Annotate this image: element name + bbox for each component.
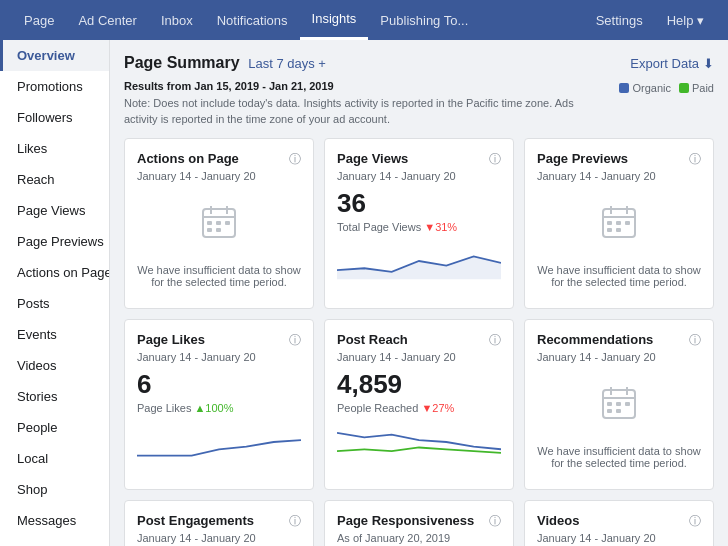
- sidebar-item-api[interactable]: API: [0, 536, 109, 546]
- metric-card-videos: Videos ⓘ January 14 - January 20 131 Tot…: [524, 500, 714, 547]
- metric-header: Post Engagements ⓘ: [137, 513, 301, 530]
- metric-change: ▼27%: [421, 402, 454, 414]
- insufficient-block: We have insufficient data to show for th…: [137, 188, 301, 296]
- sidebar-item-messages[interactable]: Messages: [0, 505, 109, 536]
- summary-header: Page Summary Last 7 days + Export Data ⬇: [124, 54, 714, 72]
- svg-rect-4: [207, 221, 212, 225]
- metric-date: January 14 - January 20: [537, 351, 701, 363]
- metric-title: Page Likes: [137, 332, 205, 347]
- sidebar-item-local[interactable]: Local: [0, 443, 109, 474]
- svg-rect-14: [607, 221, 612, 225]
- top-nav: Page Ad Center Inbox Notifications Insig…: [0, 0, 728, 40]
- metric-date: January 14 - January 20: [537, 170, 701, 182]
- sidebar-item-followers[interactable]: Followers: [0, 102, 109, 133]
- svg-rect-7: [207, 228, 212, 232]
- calendar-icon: [601, 385, 637, 421]
- nav-notifications[interactable]: Notifications: [205, 0, 300, 40]
- insufficient-text: We have insufficient data to show for th…: [537, 445, 701, 469]
- date-range-selector[interactable]: Last 7 days +: [248, 56, 326, 71]
- info-icon[interactable]: ⓘ: [489, 151, 501, 168]
- nav-ad-center[interactable]: Ad Center: [66, 0, 149, 40]
- paid-label: Paid: [692, 80, 714, 97]
- sidebar-item-promotions[interactable]: Promotions: [0, 71, 109, 102]
- metric-title: Page Previews: [537, 151, 628, 166]
- metric-title: Post Engagements: [137, 513, 254, 528]
- info-icon[interactable]: ⓘ: [489, 513, 501, 530]
- svg-rect-17: [607, 228, 612, 232]
- metric-header: Post Reach ⓘ: [337, 332, 501, 349]
- metric-sub-label: Total Page Views ▼31%: [337, 221, 501, 233]
- export-label: Export Data: [630, 56, 699, 71]
- metric-date: January 14 - January 20: [137, 351, 301, 363]
- sidebar-item-videos[interactable]: Videos: [0, 350, 109, 381]
- nav-help[interactable]: Help ▾: [655, 0, 716, 40]
- metric-title: Post Reach: [337, 332, 408, 347]
- sidebar-item-page-views[interactable]: Page Views: [0, 195, 109, 226]
- metric-date: January 14 - January 20: [337, 351, 501, 363]
- page-summary-title: Page Summary: [124, 54, 240, 71]
- legend: Organic Paid: [619, 80, 714, 97]
- info-icon[interactable]: ⓘ: [289, 151, 301, 168]
- metric-card-post-engagements: Post Engagements ⓘ January 14 - January …: [124, 500, 314, 547]
- svg-rect-18: [616, 228, 621, 232]
- svg-rect-15: [616, 221, 621, 225]
- nav-settings[interactable]: Settings: [584, 0, 655, 40]
- metric-sub-label: Page Likes ▲100%: [137, 402, 301, 414]
- svg-rect-6: [225, 221, 230, 225]
- organic-label: Organic: [632, 80, 671, 97]
- insufficient-block: We have insufficient data to show for th…: [537, 369, 701, 477]
- metric-value: 36: [337, 188, 501, 219]
- paid-dot: [679, 83, 689, 93]
- metric-header: Page Views ⓘ: [337, 151, 501, 168]
- info-icon[interactable]: ⓘ: [689, 151, 701, 168]
- main-layout: Overview Promotions Followers Likes Reac…: [0, 40, 728, 546]
- metric-header: Page Likes ⓘ: [137, 332, 301, 349]
- metric-date: January 14 - January 20: [137, 532, 301, 544]
- sidebar-item-people[interactable]: People: [0, 412, 109, 443]
- metric-header: Videos ⓘ: [537, 513, 701, 530]
- nav-publishing[interactable]: Publishing To...: [368, 0, 480, 40]
- metric-date: January 14 - January 20: [537, 532, 701, 544]
- metric-card-actions-on-page: Actions on Page ⓘ January 14 - January 2…: [124, 138, 314, 309]
- sidebar-item-shop[interactable]: Shop: [0, 474, 109, 505]
- metrics-grid: Actions on Page ⓘ January 14 - January 2…: [124, 138, 714, 547]
- sidebar-item-stories[interactable]: Stories: [0, 381, 109, 412]
- sidebar-item-page-previews[interactable]: Page Previews: [0, 226, 109, 257]
- metric-value: 4,859: [337, 369, 501, 400]
- nav-page[interactable]: Page: [12, 0, 66, 40]
- metric-card-page-responsiveness: Page Responsiveness ⓘ As of January 20, …: [324, 500, 514, 547]
- page-likes-chart: [137, 422, 301, 462]
- metric-value: 6: [137, 369, 301, 400]
- svg-rect-25: [625, 402, 630, 406]
- calendar-icon: [601, 204, 637, 240]
- info-icon[interactable]: ⓘ: [489, 332, 501, 349]
- organic-dot: [619, 83, 629, 93]
- info-icon[interactable]: ⓘ: [689, 332, 701, 349]
- calendar-icon: [201, 204, 237, 240]
- download-icon: ⬇: [703, 56, 714, 71]
- metric-card-post-reach: Post Reach ⓘ January 14 - January 20 4,8…: [324, 319, 514, 490]
- sidebar-item-posts[interactable]: Posts: [0, 288, 109, 319]
- metric-change: ▼31%: [424, 221, 457, 233]
- svg-rect-5: [216, 221, 221, 225]
- sidebar-item-overview[interactable]: Overview: [0, 40, 109, 71]
- post-reach-chart: [337, 422, 501, 462]
- nav-insights[interactable]: Insights: [300, 0, 369, 40]
- nav-inbox[interactable]: Inbox: [149, 0, 205, 40]
- sidebar-item-events[interactable]: Events: [0, 319, 109, 350]
- svg-rect-23: [607, 402, 612, 406]
- svg-rect-24: [616, 402, 621, 406]
- svg-rect-16: [625, 221, 630, 225]
- info-icon[interactable]: ⓘ: [289, 332, 301, 349]
- svg-rect-27: [616, 409, 621, 413]
- page-views-chart: [337, 241, 501, 281]
- sidebar-item-reach[interactable]: Reach: [0, 164, 109, 195]
- info-icon[interactable]: ⓘ: [689, 513, 701, 530]
- sidebar-item-actions-on-page[interactable]: Actions on Page: [0, 257, 109, 288]
- export-data-button[interactable]: Export Data ⬇: [630, 56, 714, 71]
- note-text: Results from Jan 15, 2019 - Jan 21, 2019…: [124, 78, 609, 128]
- metric-header: Recommendations ⓘ: [537, 332, 701, 349]
- sidebar-item-likes[interactable]: Likes: [0, 133, 109, 164]
- metric-title: Videos: [537, 513, 579, 528]
- info-icon[interactable]: ⓘ: [289, 513, 301, 530]
